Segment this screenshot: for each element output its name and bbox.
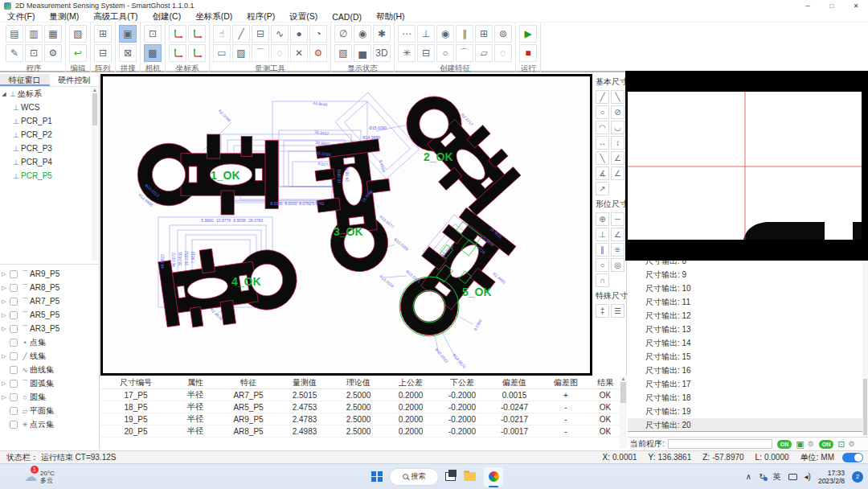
tray-expand-icon[interactable]: ∧ — [746, 472, 751, 481]
show-histogram-button[interactable]: ▅ — [354, 44, 371, 62]
dimension-output-item[interactable]: 尺寸输出: 11 — [628, 295, 868, 309]
geo-straightness-button[interactable]: ─ — [611, 212, 624, 226]
geo-roundness-button[interactable]: ○ — [596, 258, 609, 272]
dim-radius-inner-button[interactable]: ◠ — [596, 121, 609, 134]
geo-perpendicularity-button[interactable]: ⊥ — [596, 228, 609, 241]
expand-arrow-icon[interactable]: ▷ — [0, 380, 8, 387]
tool-settings-button[interactable]: ⚙ — [309, 44, 327, 62]
expand-arrow-icon[interactable]: ▷ — [0, 353, 8, 360]
expand-arrow-icon[interactable]: ▷ — [0, 298, 8, 305]
line-tool-button[interactable]: ╱ — [232, 25, 250, 43]
program-open-button[interactable]: ▥ — [25, 25, 43, 43]
visibility-checkbox[interactable] — [10, 366, 18, 374]
live-toggle-1[interactable]: ON — [777, 440, 792, 449]
dimension-output-item[interactable]: 尺寸输出: 18 — [628, 391, 868, 405]
table-row[interactable]: 19_P5半径AR9_P52.47832.50000.2000-0.2000-0… — [100, 413, 627, 425]
visibility-checkbox[interactable] — [10, 284, 18, 292]
special-list-button[interactable]: ☰ — [611, 304, 624, 318]
geo-profile-button[interactable]: ∩ — [596, 273, 609, 287]
feature-item-AR9_P5[interactable]: ▷⌒AR9_P5 — [0, 267, 93, 281]
tab-feature-window[interactable]: 特征窗口 — [0, 74, 50, 86]
menu-item-6[interactable]: 程序(P) — [240, 11, 282, 23]
blob-tool-button[interactable]: ● — [290, 25, 308, 43]
cad-viewport[interactable]: 44.964839.943739.990320.03988.0177R2.009… — [100, 74, 592, 376]
maximize-button[interactable]: □ — [820, 2, 844, 10]
create-plane-button[interactable]: ▱ — [475, 44, 493, 62]
dim-angle-point-button[interactable]: ∠ — [611, 166, 624, 180]
stitch-settings-button[interactable]: ⊠ — [119, 44, 137, 62]
create-point-cloud-button[interactable]: ◌ — [494, 44, 512, 62]
feature-item-点集[interactable]: •点集 — [0, 335, 93, 349]
feature-item-线集[interactable]: ▷╱线集 — [0, 349, 93, 363]
geo-concentricity-button[interactable]: ◎ — [611, 258, 624, 272]
current-program-input[interactable] — [668, 439, 772, 449]
tree-item-PCR_P3[interactable]: ⊥PCR_P3 — [0, 142, 99, 155]
part-4[interactable] — [158, 237, 302, 332]
feature-item-平面集[interactable]: ▱平面集 — [0, 404, 93, 417]
camera-view[interactable] — [625, 71, 868, 261]
stitch-image-button[interactable]: ▣ — [119, 25, 137, 43]
csys-origin-button[interactable] — [169, 44, 186, 62]
feature-item-圆弧集[interactable]: ▷⌒圆弧集 — [0, 376, 93, 390]
caliper-box-tool-button[interactable]: ▭ — [213, 44, 231, 62]
step-continue-button[interactable]: ↩ — [69, 44, 87, 62]
settings-gear-icon-1[interactable]: ⚙ — [808, 440, 814, 448]
tree-scrollbar[interactable]: ▲ — [92, 88, 98, 261]
create-circle-button[interactable]: ○ — [436, 44, 454, 62]
circle-select-tool-button[interactable]: ◌ — [271, 44, 289, 62]
menu-item-9[interactable]: 帮助(H) — [369, 11, 412, 23]
visibility-checkbox[interactable] — [10, 298, 18, 306]
feature-item-AR5_P5[interactable]: ▷⌒AR5_P5 — [0, 308, 93, 322]
show-tools-button[interactable]: ✱ — [373, 25, 391, 43]
table-row[interactable]: 18_P5半径AR5_P52.47532.50000.2000-0.2000-0… — [100, 401, 627, 413]
dim-vector-button[interactable]: ↗ — [596, 182, 609, 195]
ime-indicator[interactable]: 英 — [773, 471, 781, 483]
hatch-region-tool-button[interactable]: ▨ — [232, 44, 250, 62]
weather-widget[interactable]: ☁1 20°C 多云 — [24, 469, 55, 484]
dim-circle-button[interactable]: ○ — [596, 105, 609, 119]
run-stop-button[interactable]: ■ — [519, 44, 537, 62]
dimension-output-item[interactable]: 尺寸输出: 17 — [628, 377, 868, 391]
table-row[interactable]: 20_P5半径AR8_P52.49832.50000.2000-0.2000-0… — [100, 425, 627, 438]
menu-item-4[interactable]: 创建(C) — [145, 11, 189, 23]
expand-arrow-icon[interactable]: ▷ — [0, 271, 8, 277]
show-image-button[interactable]: ▧ — [334, 44, 352, 62]
tree-item-PCR_P5[interactable]: ⊥PCR_P5 — [0, 169, 99, 183]
expand-arrow-icon[interactable]: ▷ — [0, 326, 8, 332]
visibility-checkbox[interactable] — [10, 352, 18, 360]
tools-extra-button[interactable]: ✕ — [290, 44, 308, 62]
program-edit-button[interactable]: ✎ — [6, 44, 23, 62]
expand-arrow-icon[interactable]: ▷ — [0, 285, 8, 291]
clock[interactable]: 17:33 2023/2/8 — [818, 469, 845, 485]
network-icon[interactable] — [788, 474, 797, 480]
gauge-tool-button[interactable]: ⌒ — [252, 44, 269, 62]
array-create-button[interactable]: ⊞ — [94, 25, 112, 43]
visibility-checkbox[interactable] — [10, 339, 18, 347]
geo-symmetry-button[interactable]: ≡ — [611, 243, 624, 257]
close-button[interactable]: ✕ — [844, 2, 868, 10]
dim-point-point-button[interactable]: ╲ — [611, 90, 624, 104]
dim-distance-h-button[interactable]: ↔ — [596, 136, 609, 150]
feature-item-点云集[interactable]: ✳点云集 — [0, 417, 93, 431]
dimension-output-item[interactable]: 尺寸输出: 8 — [628, 261, 868, 268]
expand-arrow-icon[interactable]: ▷ — [0, 312, 8, 318]
unit-toggle[interactable] — [842, 453, 863, 462]
table-row[interactable]: 17_P5半径AR7_P52.50152.50000.2000-0.20000.… — [100, 389, 627, 401]
geo-angularity-button[interactable]: ∠ — [611, 228, 624, 241]
create-points-button[interactable]: ⋯ — [398, 25, 416, 43]
create-box-feature-button[interactable]: ⊞ — [475, 25, 493, 43]
notification-badge[interactable]: 2 — [852, 471, 863, 483]
tree-item-PCR_P1[interactable]: ⊥PCR_P1 — [0, 114, 99, 128]
minimize-button[interactable]: ─ — [796, 2, 820, 10]
menu-item-7[interactable]: 设置(S) — [282, 11, 325, 23]
visibility-checkbox[interactable] — [10, 325, 18, 333]
dim-radius-outer-button[interactable]: ◡ — [611, 121, 624, 134]
dimension-output-item[interactable]: 尺寸输出: 19 — [628, 405, 868, 418]
csys-rotate-button[interactable] — [188, 25, 206, 43]
tab-hardware-control[interactable]: 硬件控制 — [50, 74, 100, 86]
dim-angle-button[interactable]: ∠ — [611, 151, 624, 165]
sync-icon[interactable]: ↻ — [759, 472, 765, 481]
dimension-output-item[interactable]: 尺寸输出: 12 — [628, 309, 868, 323]
create-pin-circle-button[interactable]: ◉ — [436, 25, 454, 43]
dimension-output-item[interactable]: 尺寸输出: 13 — [628, 323, 868, 336]
